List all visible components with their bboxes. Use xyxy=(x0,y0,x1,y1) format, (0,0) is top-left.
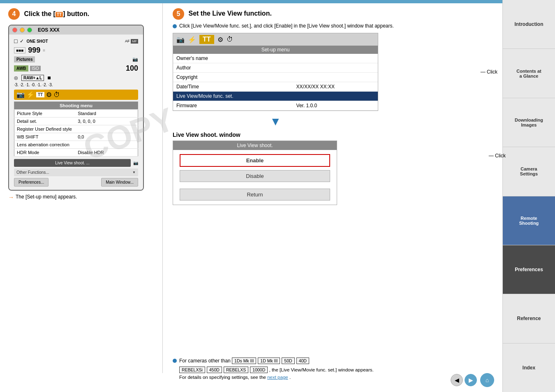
step5-instruction: Click [Live View/Movie func. set.], and … xyxy=(173,23,473,29)
sidebar-item-downloading[interactable]: DownloadingImages xyxy=(503,98,555,147)
badge-450d: 450D xyxy=(207,367,222,373)
setup-menu-wrapper: 📷 ⚡ TT ⚙ ⏱ Set-up menu Owner's name Auth… xyxy=(173,33,473,111)
step4-section: 4 Click the [TT] button. EOS XXX □ ✓ ONE… xyxy=(8,8,156,201)
raw-label: RAW+▲L xyxy=(21,75,44,81)
live-view-window-title: Live View shoot. window xyxy=(173,131,473,138)
sidebar-item-index[interactable]: Index xyxy=(503,344,555,392)
divider-vertical xyxy=(162,3,163,373)
menu-author-val xyxy=(293,63,378,73)
arrow-right-icon: → xyxy=(8,194,14,201)
camera-bottom-buttons: Live View shoot. ... 📷 xyxy=(14,159,138,167)
camera-top-row: □ ✓ ONE SHOT AF MF xyxy=(14,38,138,44)
awb-label: AWB xyxy=(14,65,28,71)
step4-title: Click the [TT] button. xyxy=(24,10,89,17)
menu-datetime-val: XX/XX/XX XX:XX xyxy=(293,82,378,92)
sidebar-item-remote-shooting[interactable]: RemoteShooting xyxy=(503,196,555,245)
camera-title-bar: EOS XXX xyxy=(9,25,143,35)
bullet-dot-1 xyxy=(173,24,177,28)
exposure-bar: ·3. ·2. ·1. ·0. ·1. ·2. ·3. xyxy=(14,83,138,87)
footer-section: For cameras other than 1Ds Mk III 1D Mk … xyxy=(173,357,469,380)
camera-mode-icon: □ xyxy=(14,38,17,44)
af-label: AF xyxy=(125,39,130,43)
iso-badge: ISO xyxy=(30,66,40,71)
click-label-1: — Click xyxy=(481,69,497,75)
tab-settings-icon: ⚙ xyxy=(46,91,52,99)
tab-wrench-icon: ⚙ xyxy=(217,36,223,44)
camera-mode-label: ONE SHOT xyxy=(26,39,48,44)
footer-row3: For details on specifying settings, see … xyxy=(179,375,469,380)
camera-badges: 1Ds Mk III 1D Mk III 50D 40D xyxy=(232,357,309,364)
other-functions-row: Other Functions... ▼ xyxy=(14,168,138,176)
camera-pref-row: Preferences... Main Window... xyxy=(14,178,138,187)
next-arrow-button[interactable]: ▶ xyxy=(465,374,477,386)
menu-copyright-val xyxy=(293,73,378,82)
badge-rebelxsi: REBELXSi xyxy=(179,367,205,373)
tab-timer-icon: ⏱ xyxy=(53,91,60,99)
step5-section: 5 Set the Live View function. Click [Liv… xyxy=(173,8,473,205)
camera-menu-tabs: 📷 ⚡ TT ⚙ ⏱ xyxy=(14,90,138,100)
window-dot-green xyxy=(27,28,32,32)
mini-bar-icon: ≡ xyxy=(43,48,45,53)
badge-1000d: 1000D xyxy=(250,367,268,373)
window-dot-yellow xyxy=(20,28,25,32)
enable-button[interactable]: Enable xyxy=(180,154,330,167)
tab-camera-icon2: 📷 xyxy=(176,36,185,44)
pictures-row: Pictures 📷 xyxy=(14,56,138,62)
battery-icon: ■■■ xyxy=(14,47,25,53)
home-button[interactable]: ⌂ xyxy=(480,373,494,387)
camera-ui-body: □ ✓ ONE SHOT AF MF ■■■ 999 ≡ Pictures 📷 xyxy=(9,35,143,190)
sidebar-item-introduction[interactable]: Introduction xyxy=(503,0,555,49)
black-rect: ■ xyxy=(47,74,51,81)
camera-model-label: EOS XXX xyxy=(38,27,60,33)
menu-header: Shooting menu xyxy=(14,102,138,110)
live-view-window-wrapper: Live View shoot. window Live View shoot.… xyxy=(173,131,473,205)
return-button[interactable]: Return xyxy=(180,189,330,201)
live-view-buttons: Enable Disable Return xyxy=(173,150,337,205)
camera-check-icon: ✓ xyxy=(20,38,24,44)
menu-owner: Owner's name xyxy=(173,54,293,63)
meter-icon: ◎ xyxy=(14,75,18,81)
menu-item-lens: Lens aberration correction xyxy=(14,141,138,149)
sidebar-item-camera-settings[interactable]: CameraSettings xyxy=(503,147,555,196)
main-window-button[interactable]: Main Window... xyxy=(101,178,138,187)
step4-number: 4 xyxy=(8,8,20,20)
prev-arrow-button[interactable]: ◀ xyxy=(451,374,463,386)
camera-badges-2: REBELXSi 450D REBELXS 1000D xyxy=(179,367,268,373)
menu-item-detail: Detail set. xyxy=(14,118,76,125)
menu-copyright: Copyright xyxy=(173,73,293,82)
sidebar-item-reference[interactable]: Reference xyxy=(503,294,555,343)
tab-bolt-icon2: ⚡ xyxy=(188,36,196,44)
menu-datetime: Date/Time xyxy=(173,82,293,92)
menu-value-detail: 3, 0, 0, 0 xyxy=(75,118,138,125)
bullet-dot-2 xyxy=(173,359,177,363)
menu-author: Author xyxy=(173,63,293,73)
step5-instruction-text: Click [Live View/Movie func. set.], and … xyxy=(179,23,394,29)
menu-firmware: Firmware xyxy=(173,101,293,111)
other-functions-btn[interactable]: Other Functions... ▼ xyxy=(14,168,138,176)
arrow-down-container: ▼ xyxy=(173,115,378,128)
top-bar xyxy=(0,0,555,3)
menu-liveview-val xyxy=(293,92,378,101)
window-dot-red xyxy=(12,28,17,32)
shot-counter: 999 xyxy=(28,46,40,55)
footer-row2: REBELXSi 450D REBELXS 1000D , the [Live … xyxy=(179,367,469,373)
next-page-link[interactable]: next page xyxy=(267,375,288,380)
disable-button[interactable]: Disable xyxy=(180,170,330,182)
menu-value-hdr: Disable HDR xyxy=(75,149,138,157)
tab-tt-active2: TT xyxy=(199,35,214,44)
step5-number: 5 xyxy=(173,8,184,20)
badge-40d: 40D xyxy=(296,357,309,364)
shooting-menu-table: Shooting menu Picture StyleStandard Deta… xyxy=(14,101,138,157)
click-label-2: — Click xyxy=(489,153,506,159)
arrow-down-icon: ▼ xyxy=(270,115,281,128)
menu-item-hdr: HDR Mode xyxy=(14,149,76,157)
menu-item-register: Register User Defined style xyxy=(14,125,138,133)
tab-camera-icon: 📷 xyxy=(16,91,25,99)
live-view-btn[interactable]: Live View shoot. ... xyxy=(14,159,131,167)
preferences-button[interactable]: Preferences... xyxy=(14,178,49,187)
counter-row: ■■■ 999 ≡ xyxy=(14,46,138,55)
sidebar-item-preferences[interactable]: Preferences xyxy=(503,245,555,294)
sidebar-item-contents[interactable]: Contents ata Glance xyxy=(503,49,555,98)
menu-item-picture-style: Picture Style xyxy=(14,110,76,118)
badge-rebelxs: REBELXS xyxy=(224,367,248,373)
